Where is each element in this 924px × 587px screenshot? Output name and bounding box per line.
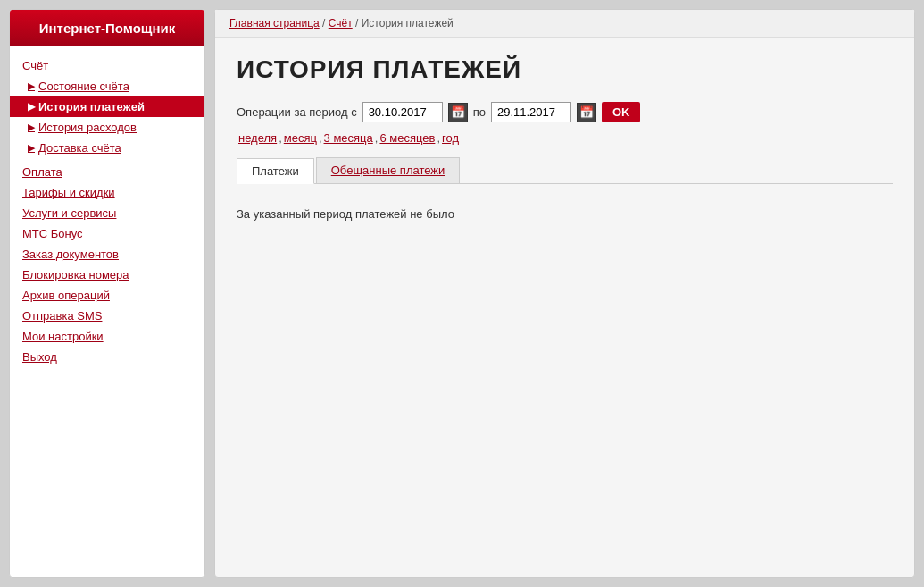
sidebar-link-settings[interactable]: Мои настройки [10,326,204,347]
filter-row: Операции за период с 📅 по 📅 OK [237,102,893,122]
period-links: неделя , месяц , 3 месяца , 6 месяцев , … [238,131,893,145]
sidebar-item-label: Доставка счёта [38,141,121,155]
breadcrumb-sep1: / [322,17,329,29]
sidebar-item-label: История платежей [38,100,145,113]
period-sep4: , [437,131,440,145]
sidebar-link-tarify[interactable]: Тарифы и скидки [10,182,204,203]
sidebar-link-docs[interactable]: Заказ документов [10,244,204,264]
no-data-message: За указанный период платежей не было [237,198,893,230]
sidebar-link-bonus[interactable]: МТС Бонус [10,223,204,244]
sidebar-section-title-schet[interactable]: Счёт [10,55,204,76]
sidebar-header: Интернет-Помощник [10,10,204,46]
tab-promised-payments[interactable]: Обещанные платежи [316,157,461,183]
sidebar-link-uslugi[interactable]: Услуги и сервисы [10,203,204,223]
sidebar-item-history-expenses[interactable]: ▶ История расходов [10,117,204,138]
date-from-input[interactable] [362,102,443,122]
tabs-row: Платежи Обещанные платежи [237,157,893,184]
sidebar-item-label: Состояние счёта [38,80,129,93]
tab-payments[interactable]: Платежи [237,158,314,184]
period-link-month[interactable]: месяц [284,131,317,145]
period-sep3: , [375,131,379,145]
sidebar-link-block[interactable]: Блокировка номера [10,264,204,285]
sidebar-nav: Счёт ▶ Состояние счёта ▶ История платеже… [10,46,204,376]
sidebar-link-exit[interactable]: Выход [10,347,204,367]
content-area: ИСТОРИЯ ПЛАТЕЖЕЙ Операции за период с 📅 … [215,38,914,247]
sidebar-section-schet: Счёт ▶ Состояние счёта ▶ История платеже… [10,55,204,158]
tab-payments-label: Платежи [252,164,299,178]
calendar-from-icon[interactable]: 📅 [448,103,468,122]
arrow-icon: ▶ [28,80,35,92]
sidebar-link-sms[interactable]: Отправка SMS [10,306,204,326]
arrow-icon-expenses: ▶ [28,122,35,133]
breadcrumb: Главная страница / Счёт / История платеж… [215,10,914,38]
arrow-icon-active: ▶ [28,101,35,113]
period-link-week[interactable]: неделя [238,131,277,145]
breadcrumb-current: История платежей [362,17,454,29]
tab-promised-payments-label: Обещанные платежи [331,164,445,177]
filter-label-to: по [473,105,486,119]
sidebar-item-history[interactable]: ▶ История платежей [10,96,204,117]
sidebar-item-delivery[interactable]: ▶ Доставка счёта [10,138,204,158]
sidebar-item-sostoyanie[interactable]: ▶ Состояние счёта [10,76,204,96]
sidebar-link-oplata[interactable]: Оплата [10,162,204,182]
arrow-icon-delivery: ▶ [28,142,35,154]
sidebar-link-archive[interactable]: Архив операций [10,285,204,306]
period-link-6month[interactable]: 6 месяцев [379,131,435,145]
ok-button[interactable]: OK [602,102,641,122]
period-sep2: , [319,131,322,145]
filter-label-start: Операции за период с [237,105,357,119]
date-to-input[interactable] [491,102,571,122]
period-link-3month[interactable]: 3 месяца [324,131,373,145]
period-link-year[interactable]: год [442,131,459,145]
sidebar-item-label: История расходов [38,121,137,134]
calendar-to-icon[interactable]: 📅 [577,103,596,122]
breadcrumb-home[interactable]: Главная страница [229,17,320,29]
main-content: Главная страница / Счёт / История платеж… [214,9,915,578]
period-sep1: , [279,131,282,145]
breadcrumb-sep2: / [355,17,362,29]
page-title: ИСТОРИЯ ПЛАТЕЖЕЙ [237,55,893,84]
sidebar: Интернет-Помощник Счёт ▶ Состояние счёта… [9,9,205,578]
breadcrumb-schet[interactable]: Счёт [329,17,353,29]
